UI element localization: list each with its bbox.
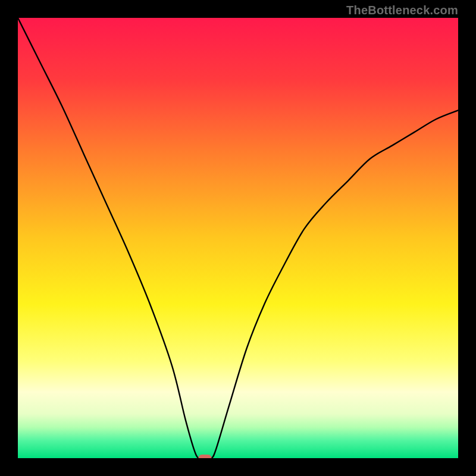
chart-frame: TheBottleneck.com: [0, 0, 476, 476]
gradient-background: [18, 18, 458, 458]
watermark-label: TheBottleneck.com: [346, 4, 458, 17]
optimal-marker: [198, 455, 211, 458]
plot-area: [18, 18, 458, 458]
bottleneck-chart: [18, 18, 458, 458]
